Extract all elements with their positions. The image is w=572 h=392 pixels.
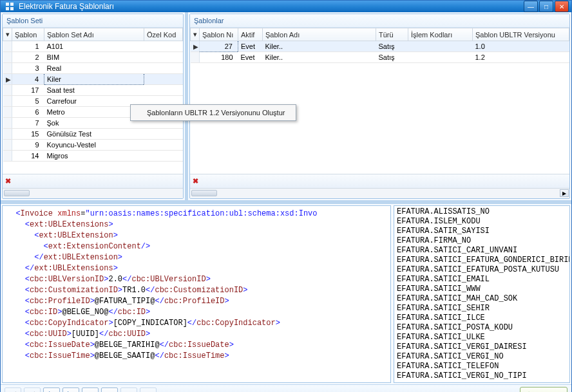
scroll-thumb[interactable] bbox=[191, 190, 217, 196]
table-row[interactable]: 3Real bbox=[3, 63, 183, 74]
templates-grid-wrap: ▾ Şablon Nı Aktif Şablon Adı Türü İşlem … bbox=[190, 28, 569, 174]
close-button[interactable]: ✕ bbox=[555, 1, 569, 12]
scroll-thumb[interactable] bbox=[4, 190, 30, 196]
col-sablon-no[interactable]: Şablon Nı bbox=[200, 28, 238, 41]
ok-button[interactable]: ✔ Tamam bbox=[520, 387, 567, 392]
fields-list[interactable]: EFATURA.ALISSATIS_NOEFATURA.ISLEM_KODUEF… bbox=[394, 205, 570, 383]
add-button[interactable]: + bbox=[82, 387, 99, 393]
field-item[interactable]: EFATURA.FIRMA_NO bbox=[397, 236, 567, 246]
menu-create-ubltr12[interactable]: Şablonların UBLTR 1.2 Versiyonunu Oluştu… bbox=[133, 107, 294, 118]
field-item[interactable]: EFATURA.SATICI_VERGI_NO_TIPI bbox=[397, 371, 567, 381]
field-item[interactable]: EFATURA.SATICI_SEHIR bbox=[397, 304, 567, 313]
field-item[interactable]: EFATURA.SATICI_POSTA_KODU bbox=[397, 323, 567, 333]
bottom-split: <Invoice xmlns="urn:oasis:names:specific… bbox=[1, 202, 571, 384]
table-row[interactable]: 180EvetKiler..Satış1.2 bbox=[191, 52, 569, 63]
field-item[interactable]: EFATURA.SATICI_MAH_CAD_SOK bbox=[397, 294, 567, 304]
window-controls: — □ ✕ bbox=[524, 1, 569, 12]
template-set-footer: ✖ bbox=[3, 174, 183, 188]
template-set-grid[interactable]: ▾ Şablon Şablon Set Adı Özel Kod 1A1012B… bbox=[3, 28, 183, 162]
col-turu[interactable]: Türü bbox=[376, 28, 408, 41]
svg-rect-3 bbox=[10, 7, 14, 10]
col-sablon-adi[interactable]: Şablon Adı bbox=[263, 28, 376, 41]
context-menu[interactable]: Şablonların UBLTR 1.2 Versiyonunu Oluştu… bbox=[130, 104, 296, 121]
template-set-grid-wrap: ▾ Şablon Şablon Set Adı Özel Kod 1A1012B… bbox=[3, 28, 183, 174]
field-item[interactable]: EFATURA.SATICI_ILCE bbox=[397, 313, 567, 323]
minimize-button[interactable]: — bbox=[524, 1, 538, 12]
col-set-adi[interactable]: Şablon Set Adı bbox=[44, 28, 144, 41]
field-item[interactable]: EFATURA.ISLEM_KODU bbox=[397, 217, 567, 227]
field-item[interactable]: EFATURA.SATIR_SAYISI bbox=[397, 227, 567, 236]
nav-first-button[interactable] bbox=[5, 387, 21, 393]
hscrollbar-left[interactable] bbox=[3, 188, 183, 198]
scroll-arrow-right-icon[interactable]: ▶ bbox=[560, 189, 569, 197]
xml-editor[interactable]: <Invoice xmlns="urn:oasis:names:specific… bbox=[2, 205, 391, 383]
nav-last-button[interactable] bbox=[62, 387, 79, 393]
table-row[interactable]: 2BIM bbox=[3, 52, 183, 63]
svg-rect-2 bbox=[6, 7, 9, 10]
nav-next-button[interactable] bbox=[43, 387, 60, 393]
col-aktif[interactable]: Aktif bbox=[238, 28, 263, 41]
field-item[interactable]: EFATURA.SATICI_TELEFON bbox=[397, 362, 567, 371]
templates-title: Şablonlar bbox=[190, 14, 569, 28]
field-item[interactable]: EFATURA.SATICI_EMAIL bbox=[397, 275, 567, 285]
undo-button[interactable] bbox=[120, 387, 137, 393]
col-ver[interactable]: Şablon UBLTR Versiyonu bbox=[473, 28, 569, 41]
app-icon bbox=[5, 1, 15, 12]
table-row[interactable]: 15Gönülsüz Test bbox=[3, 129, 183, 140]
filter-clear-icon[interactable]: ✖ bbox=[3, 177, 13, 185]
field-item[interactable]: EFATURA.SATICI_WWW bbox=[397, 285, 567, 294]
field-item[interactable]: EFATURA.SATICI_EFATURA_GONDERICI_BIRIM bbox=[397, 256, 567, 265]
redo-button[interactable] bbox=[140, 387, 157, 393]
toolbar: + − ✔ Tamam bbox=[1, 384, 571, 392]
delete-button[interactable]: − bbox=[101, 387, 118, 393]
hscrollbar-right[interactable]: ▶ bbox=[190, 188, 569, 198]
col-ozel-kod[interactable]: Özel Kod bbox=[144, 28, 183, 41]
field-item[interactable]: EFATURA.SATICI_EFATURA_POSTA_KUTUSU bbox=[397, 265, 567, 275]
table-row[interactable]: ▶4Kiler bbox=[3, 74, 183, 85]
filter-dropdown-icon[interactable]: ▾ bbox=[191, 28, 200, 41]
col-sablon[interactable]: Şablon bbox=[12, 28, 44, 41]
field-item[interactable]: EFATURA.SATICI_CARI_UNVANI bbox=[397, 246, 567, 256]
templates-footer: ✖ bbox=[190, 174, 569, 188]
maximize-button[interactable]: □ bbox=[539, 1, 553, 12]
table-row[interactable]: 9Koyuncu-Vestel bbox=[3, 140, 183, 151]
table-row[interactable]: 14Migros bbox=[3, 151, 183, 162]
col-islem[interactable]: İşlem Kodları bbox=[408, 28, 473, 41]
table-row[interactable]: ▶27EvetKiler..Satış1.0 bbox=[191, 41, 569, 52]
table-row[interactable]: 1A101 bbox=[3, 41, 183, 52]
field-item[interactable]: EFATURA.SATICI_VERGI_NO bbox=[397, 352, 567, 362]
row-indicator-icon: ▶ bbox=[6, 76, 11, 83]
content-area: Şablon Seti ▾ Şablon Şablon Set Adı Özel… bbox=[1, 12, 571, 392]
table-row[interactable]: 17Saat test bbox=[3, 85, 183, 96]
template-set-title: Şablon Seti bbox=[3, 14, 183, 28]
row-indicator-icon: ▶ bbox=[193, 43, 198, 50]
filter-dropdown-icon[interactable]: ▾ bbox=[3, 28, 12, 41]
svg-rect-1 bbox=[10, 3, 14, 6]
filter-clear-icon[interactable]: ✖ bbox=[190, 177, 200, 185]
field-item[interactable]: EFATURA.SATICI_ULKE bbox=[397, 333, 567, 342]
templates-grid[interactable]: ▾ Şablon Nı Aktif Şablon Adı Türü İşlem … bbox=[190, 28, 569, 63]
app-window: Elektronik Fatura Şablonları — □ ✕ Şablo… bbox=[0, 0, 572, 392]
titlebar[interactable]: Elektronik Fatura Şablonları — □ ✕ bbox=[1, 1, 571, 12]
field-item[interactable]: EFATURA.SATICI_VERGI_DAIRESI bbox=[397, 342, 567, 352]
svg-rect-0 bbox=[6, 3, 9, 6]
window-title: Elektronik Fatura Şablonları bbox=[19, 2, 524, 11]
nav-prev-button[interactable] bbox=[24, 387, 41, 393]
field-item[interactable]: EFATURA.ALISSATIS_NO bbox=[397, 207, 567, 217]
